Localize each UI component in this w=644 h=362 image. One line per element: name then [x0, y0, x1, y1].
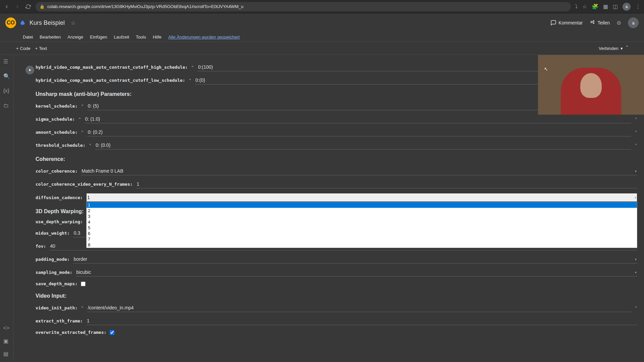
dropdown-option[interactable]: 4	[87, 219, 637, 225]
comment-icon	[550, 20, 556, 26]
add-code-button[interactable]: +Code	[16, 46, 31, 51]
menu-bar: Datei Bearbeiten Anzeige Einfügen Laufze…	[0, 32, 644, 42]
browser-menu-icon[interactable]: ⋮	[635, 3, 641, 10]
add-text-button[interactable]: +Text	[35, 46, 47, 51]
field-label: midas_weight:	[36, 231, 70, 236]
field-label: color_coherence_video_every_N_frames:	[36, 182, 133, 187]
diffusion-cadence-select[interactable]: 1▾	[86, 193, 637, 202]
field-label: fov:	[36, 244, 46, 249]
diffusion-dropdown: 1 2 3 4 5 6 7 8	[86, 202, 637, 248]
field-label: sigma_schedule:	[36, 117, 75, 122]
share-icon	[589, 20, 595, 26]
field-label: color_coherence:	[36, 169, 77, 174]
bookmark-icon[interactable]: ☆	[582, 3, 587, 10]
left-sidebar: ☰ 🔍 {x} 🗀 <> ▣ ▤	[0, 55, 13, 362]
toc-icon[interactable]: ☰	[3, 58, 10, 65]
field-label: sampling_mode:	[36, 270, 72, 275]
section-heading: Coherence:	[36, 156, 637, 162]
sampling-mode-select[interactable]: bicubic▾	[76, 268, 637, 277]
cursor-icon: ↖	[544, 66, 548, 72]
notebook-content: ↑ ↓ ⇔ ✎ ⇆ 🗑 ⋮ hybrid_video_comp_mask_aut…	[13, 55, 644, 362]
field-label: overwrite_extracted_frames:	[36, 330, 106, 335]
field-label: padding_mode:	[36, 257, 70, 262]
dropdown-option[interactable]: 6	[87, 231, 637, 236]
command-palette-icon[interactable]: ▤	[3, 351, 10, 357]
drive-icon	[20, 20, 25, 25]
field-label: hybrid_video_comp_mask_auto_contrast_cut…	[36, 78, 185, 83]
menu-hilfe[interactable]: Hilfe	[153, 35, 161, 40]
star-icon[interactable]: ☆	[71, 20, 75, 26]
menu-datei[interactable]: Datei	[23, 35, 33, 40]
lock-icon: 🔒	[40, 4, 45, 9]
colab-header: CO Kurs Beispiel ☆ Kommentar Teilen ⚙ a	[0, 13, 644, 32]
url-text: colab.research.google.com/drive/13G9KHyM…	[47, 4, 244, 9]
save-depth-checkbox[interactable]	[81, 282, 86, 286]
reload-button[interactable]	[25, 3, 32, 10]
menu-tools[interactable]: Tools	[136, 35, 146, 40]
comment-button[interactable]: Kommentar	[550, 20, 583, 26]
code-snippets-icon[interactable]: <>	[3, 325, 10, 332]
dropdown-option[interactable]: 2	[87, 208, 637, 214]
dropdown-option[interactable]: 5	[87, 225, 637, 231]
forward-button[interactable]	[14, 3, 21, 10]
qr-icon[interactable]: ▦	[603, 3, 608, 10]
chevron-down-icon: ▾	[635, 257, 637, 261]
field-label: extract_nth_frame:	[36, 318, 83, 323]
terminal-icon[interactable]: ▣	[3, 338, 10, 345]
chevron-down-icon: ▾	[621, 46, 623, 51]
video-path-input[interactable]	[87, 304, 632, 312]
field-label: use_depth_warping:	[36, 219, 83, 224]
address-bar[interactable]: 🔒 colab.research.google.com/drive/13G9KH…	[36, 2, 571, 11]
notebook-title[interactable]: Kurs Beispiel	[30, 19, 65, 26]
chevron-down-icon: ▾	[635, 169, 637, 173]
svg-point-1	[593, 20, 594, 21]
svg-point-2	[593, 22, 594, 23]
extract-nth-input[interactable]	[86, 317, 637, 325]
field-label: diffusion_cadence:	[36, 195, 83, 200]
settings-icon[interactable]: ⚙	[616, 20, 621, 26]
menu-anzeige[interactable]: Anzeige	[67, 35, 83, 40]
variables-icon[interactable]: {x}	[3, 88, 10, 95]
webcam-person	[561, 68, 621, 115]
field-label: threshold_schedule:	[36, 143, 86, 148]
files-icon[interactable]: 🗀	[3, 103, 10, 109]
amount-input[interactable]	[87, 128, 632, 136]
user-avatar[interactable]: a	[628, 17, 639, 28]
threshold-input[interactable]	[95, 141, 631, 149]
chevron-down-icon: ▾	[635, 196, 636, 199]
search-icon[interactable]: 🔍	[3, 73, 10, 80]
insert-toolbar: +Code +Text Verbinden ▾ ˆ	[0, 42, 644, 55]
panel-icon[interactable]: ◫	[613, 3, 618, 10]
browser-avatar[interactable]: a	[623, 3, 631, 11]
webcam-overlay: ↖	[538, 55, 644, 115]
field-label: save_depth_maps:	[36, 281, 77, 286]
svg-point-0	[591, 21, 593, 23]
colab-logo-icon[interactable]: CO	[5, 17, 16, 28]
sigma-input[interactable]	[85, 115, 631, 123]
dropdown-option[interactable]: 1	[87, 202, 637, 208]
share-button[interactable]: Teilen	[589, 20, 610, 26]
browser-chrome: 🔒 colab.research.google.com/drive/13G9KH…	[0, 0, 644, 13]
menu-laufzeit[interactable]: Laufzeit	[114, 35, 129, 40]
back-button[interactable]	[3, 3, 10, 10]
field-label: amount_schedule:	[36, 130, 77, 135]
field-label: hybrid_video_comp_mask_auto_contrast_cut…	[36, 65, 188, 70]
connect-button[interactable]: Verbinden ▾	[599, 46, 623, 51]
run-cell-button[interactable]	[25, 66, 34, 74]
menu-einfuegen[interactable]: Einfügen	[90, 35, 107, 40]
padding-mode-select[interactable]: border▾	[73, 255, 637, 263]
menu-bearbeiten[interactable]: Bearbeiten	[40, 35, 61, 40]
chevron-down-icon: ▾	[635, 270, 637, 274]
field-label: video_init_path:	[36, 305, 77, 310]
dropdown-option[interactable]: 3	[87, 214, 637, 219]
collapse-icon[interactable]: ˆ	[626, 45, 628, 51]
dropdown-option[interactable]: 8	[87, 242, 637, 248]
extensions-icon[interactable]: 🧩	[592, 3, 598, 10]
translate-icon[interactable]: ⤵	[575, 4, 578, 10]
overwrite-checkbox[interactable]	[110, 330, 114, 335]
dropdown-option[interactable]: 7	[87, 236, 637, 242]
webcam-head	[580, 73, 602, 98]
color-n-input[interactable]	[136, 180, 637, 188]
color-coherence-select[interactable]: Match Frame 0 LAB▾	[81, 167, 637, 175]
save-status[interactable]: Alle Änderungen wurden gespeichert	[168, 35, 239, 40]
